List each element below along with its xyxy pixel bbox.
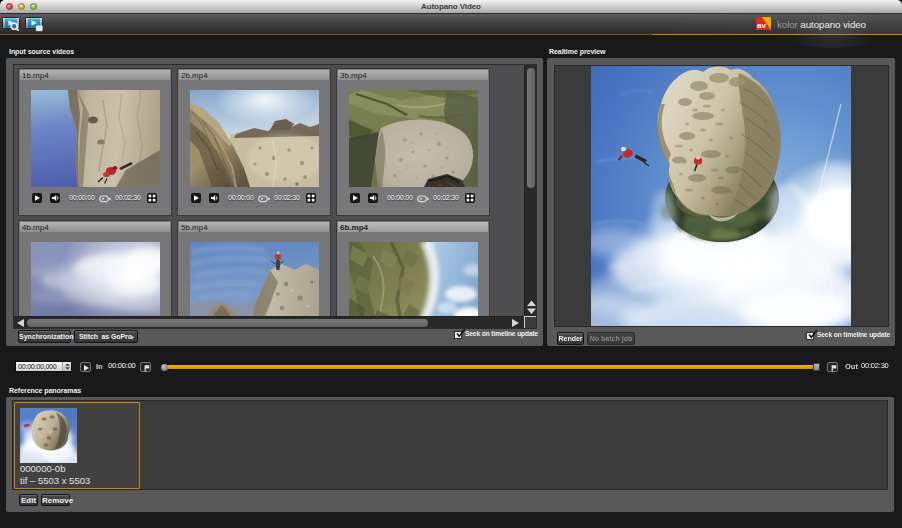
svg-text:av: av <box>757 21 766 30</box>
